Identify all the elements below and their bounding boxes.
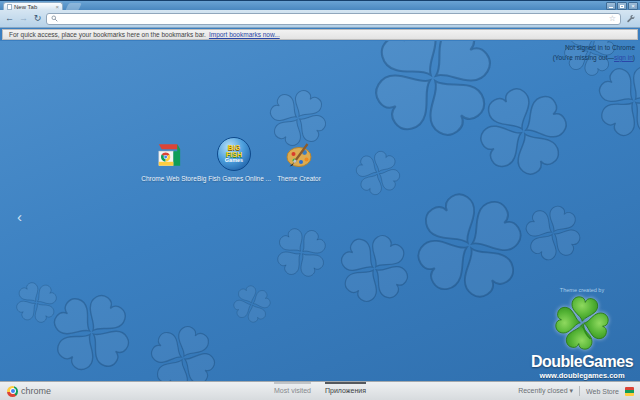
app-label: Chrome Web Store bbox=[141, 175, 197, 182]
chrome-brand: chrome bbox=[0, 386, 51, 397]
bottom-bar-right: Recently closed ▾ Web Store bbox=[518, 386, 640, 396]
web-store-link[interactable]: Web Store bbox=[586, 388, 619, 395]
apps-row: Chrome Web Store BIG FISH Games Big Fish… bbox=[138, 137, 330, 182]
clover-shape bbox=[354, 149, 402, 197]
bottom-bar: chrome Most visited Приложения Recently … bbox=[0, 381, 640, 400]
omnibox[interactable]: ☆ bbox=[46, 13, 621, 25]
toolbar: ← → ↻ ☆ bbox=[0, 10, 640, 28]
maximize-icon bbox=[620, 5, 624, 8]
signin-line1: Not signed in to Chrome bbox=[553, 43, 635, 53]
bookmarks-infobar: For quick access, place your bookmarks h… bbox=[2, 29, 638, 40]
browser-window: New Tab × × ← → ↻ ☆ For quick bbox=[0, 0, 640, 400]
minimize-button[interactable] bbox=[606, 2, 616, 10]
web-store-mini-icon[interactable] bbox=[625, 387, 634, 396]
address-input[interactable] bbox=[61, 14, 606, 24]
signin-line2: (You're missing out—sign in) bbox=[553, 53, 635, 63]
clover-shape bbox=[14, 280, 59, 325]
clover-shape bbox=[412, 188, 527, 303]
doublegames-title: DoubleGames bbox=[526, 353, 638, 371]
tab-apps[interactable]: Приложения bbox=[325, 382, 366, 400]
maximize-button[interactable] bbox=[617, 2, 627, 10]
bookmark-star-icon[interactable]: ☆ bbox=[609, 15, 616, 23]
doublegames-block: Theme created by DoubleGames www.doubleg… bbox=[526, 287, 638, 380]
chevron-down-icon: ▾ bbox=[570, 387, 574, 394]
theme-creator-icon bbox=[283, 139, 315, 171]
wrench-icon bbox=[626, 14, 635, 23]
app-theme-creator[interactable]: Theme Creator bbox=[268, 137, 330, 182]
signin-notice: Not signed in to Chrome (You're missing … bbox=[553, 43, 635, 63]
clover-shape bbox=[148, 323, 218, 381]
doublegames-url: www.doublegames.com bbox=[526, 371, 638, 380]
app-label: Big Fish Games Online ... bbox=[197, 175, 271, 182]
close-button[interactable]: × bbox=[628, 2, 638, 10]
chrome-web-store-icon bbox=[154, 139, 185, 171]
page-switcher-left[interactable]: ‹ bbox=[17, 209, 22, 224]
forward-button[interactable]: → bbox=[18, 14, 29, 23]
clover-shape bbox=[523, 203, 583, 263]
theme-credit: Theme created by bbox=[526, 287, 638, 293]
sign-in-link[interactable]: sign in bbox=[614, 54, 633, 61]
chrome-logo-icon bbox=[7, 386, 18, 397]
clover-shape bbox=[49, 290, 134, 375]
window-controls: × bbox=[606, 2, 638, 10]
reload-button[interactable]: ↻ bbox=[32, 14, 43, 23]
clover-shape bbox=[232, 284, 272, 324]
app-chrome-web-store[interactable]: Chrome Web Store bbox=[138, 137, 200, 182]
app-label: Theme Creator bbox=[277, 175, 321, 182]
search-icon bbox=[51, 15, 58, 22]
chrome-brand-label: chrome bbox=[21, 386, 51, 396]
clover-shape bbox=[476, 84, 571, 179]
app-big-fish-games[interactable]: BIG FISH Games Big Fish Games Online ... bbox=[203, 137, 265, 182]
infobar-message: For quick access, place your bookmarks h… bbox=[9, 31, 206, 38]
tab-strip: New Tab × × bbox=[0, 0, 640, 10]
wrench-menu-button[interactable] bbox=[624, 13, 636, 25]
back-button[interactable]: ← bbox=[4, 14, 15, 23]
clover-shape bbox=[274, 225, 329, 280]
clover-shape bbox=[337, 231, 412, 306]
big-fish-games-icon: BIG FISH Games bbox=[217, 137, 251, 171]
tab-most-visited[interactable]: Most visited bbox=[274, 382, 311, 400]
doublegames-clover-logo bbox=[551, 294, 613, 352]
import-bookmarks-link[interactable]: Import bookmarks now... bbox=[209, 31, 280, 38]
new-tab-page: Not signed in to Chrome (You're missing … bbox=[0, 41, 640, 381]
divider bbox=[579, 386, 580, 396]
minimize-icon bbox=[609, 7, 613, 8]
recently-closed-menu[interactable]: Recently closed ▾ bbox=[518, 387, 573, 395]
